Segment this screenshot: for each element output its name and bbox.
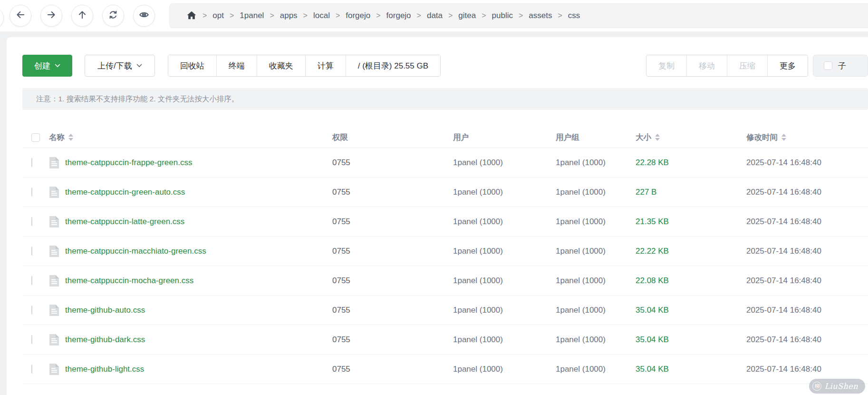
table-row: theme-github-auto.css07551panel (1000)1p… xyxy=(22,296,868,325)
toolbar-button[interactable]: 终端 xyxy=(216,55,257,76)
file-icon xyxy=(49,363,59,375)
chevron-down-icon xyxy=(55,64,60,68)
row-checkbox-cell xyxy=(22,217,49,226)
column-label: 用户组 xyxy=(556,132,579,143)
breadcrumb-item-gitea[interactable]: gitea xyxy=(458,11,476,20)
file-name-link[interactable]: theme-catppuccin-macchiato-green.css xyxy=(65,247,206,256)
breadcrumb-separator: > xyxy=(336,11,340,20)
breadcrumb-items: >opt>1panel>apps>local>forgejo>forgejo>d… xyxy=(197,11,580,20)
row-size: 227 B xyxy=(636,188,746,197)
sort-icon[interactable] xyxy=(655,134,660,141)
row-name-cell: theme-catppuccin-green-auto.css xyxy=(49,186,332,198)
breadcrumb-item-forgejo[interactable]: forgejo xyxy=(386,11,411,20)
breadcrumb-item-assets[interactable]: assets xyxy=(529,11,552,20)
row-group: 1panel (1000) xyxy=(556,276,636,286)
file-name-link[interactable]: theme-github-dark.css xyxy=(65,335,145,345)
row-checkbox-cell xyxy=(22,188,49,197)
breadcrumb-item-public[interactable]: public xyxy=(492,11,513,20)
row-group: 1panel (1000) xyxy=(556,188,636,197)
column-label: 修改时间 xyxy=(746,132,778,143)
row-modified: 2025-07-14 16:48:40 xyxy=(746,247,868,256)
select-all-checkbox[interactable] xyxy=(31,133,40,142)
file-name-link[interactable]: theme-catppuccin-green-auto.css xyxy=(65,188,185,197)
file-toolbar: 创建 上传/下载 回收站终端收藏夹计算/ (根目录) 25.55 GB 复制移动… xyxy=(22,55,868,77)
row-modified: 2025-07-14 16:48:40 xyxy=(746,306,868,315)
row-checkbox[interactable] xyxy=(31,188,32,197)
column-label: 权限 xyxy=(332,132,348,143)
toolbar-button[interactable]: 计算 xyxy=(305,55,346,76)
breadcrumb-item-apps[interactable]: apps xyxy=(280,11,298,20)
table-header-用户组[interactable]: 用户组 xyxy=(556,132,636,143)
row-permission: 0755 xyxy=(332,188,453,197)
breadcrumb: >opt>1panel>apps>local>forgejo>forgejo>d… xyxy=(169,3,868,28)
row-user: 1panel (1000) xyxy=(453,306,556,315)
create-button[interactable]: 创建 xyxy=(22,55,72,77)
nav-button-cluster xyxy=(10,5,155,27)
notice-text: 注意：1. 搜索结果不支持排序功能 2. 文件夹无法按大小排序。 xyxy=(36,94,239,104)
table-header-用户[interactable]: 用户 xyxy=(453,132,556,143)
file-name-link[interactable]: theme-catppuccin-mocha-green.css xyxy=(65,276,193,286)
row-user: 1panel (1000) xyxy=(453,335,556,345)
file-name-link[interactable]: theme-catppuccin-latte-green.css xyxy=(65,217,184,227)
home-icon[interactable] xyxy=(186,10,197,21)
file-name-link[interactable]: theme-catppuccin-frappe-green.css xyxy=(65,158,192,168)
table-row: theme-catppuccin-frappe-green.css07551pa… xyxy=(22,148,868,178)
toolbar-button[interactable]: 移动 xyxy=(686,55,727,76)
row-checkbox[interactable] xyxy=(31,247,32,256)
row-checkbox[interactable] xyxy=(31,306,32,315)
row-checkbox[interactable] xyxy=(31,217,32,226)
toolbar-button[interactable]: / (根目录) 25.55 GB xyxy=(346,55,440,76)
breadcrumb-item-css[interactable]: css xyxy=(568,11,580,20)
breadcrumb-item-opt[interactable]: opt xyxy=(212,11,224,20)
back-icon xyxy=(15,10,26,22)
column-label: 大小 xyxy=(636,132,651,143)
file-name-link[interactable]: theme-github-auto.css xyxy=(65,306,145,315)
upload-download-button[interactable]: 上传/下载 xyxy=(85,55,155,77)
row-group: 1panel (1000) xyxy=(556,365,636,374)
file-icon xyxy=(49,275,59,287)
row-name-cell: theme-github-dark.css xyxy=(49,334,332,346)
row-group: 1panel (1000) xyxy=(556,247,636,256)
row-checkbox[interactable] xyxy=(31,276,32,285)
row-name-cell: theme-catppuccin-macchiato-green.css xyxy=(49,245,332,257)
watermark-text: LiuShen xyxy=(824,382,858,391)
row-user: 1panel (1000) xyxy=(453,247,556,256)
hidden-nav-button[interactable] xyxy=(0,7,4,29)
file-name-link[interactable]: theme-github-light.css xyxy=(65,365,144,374)
back-button[interactable] xyxy=(10,5,31,27)
up-button[interactable] xyxy=(71,5,93,27)
sort-icon[interactable] xyxy=(68,134,73,141)
breadcrumb-item-1panel[interactable]: 1panel xyxy=(240,11,264,20)
toolbar-button[interactable]: 更多 xyxy=(767,55,808,76)
breadcrumb-item-forgejo[interactable]: forgejo xyxy=(346,11,370,20)
column-label: 用户 xyxy=(453,132,469,143)
forward-icon xyxy=(46,10,57,22)
sort-icon[interactable] xyxy=(781,134,786,141)
row-size: 35.04 KB xyxy=(636,335,746,345)
row-permission: 0755 xyxy=(332,306,453,315)
sort-asc-icon xyxy=(68,134,73,137)
table-row: theme-catppuccin-latte-green.css07551pan… xyxy=(22,207,868,237)
refresh-button[interactable] xyxy=(102,5,124,27)
preview-button[interactable] xyxy=(133,5,155,27)
table-header-大小[interactable]: 大小 xyxy=(636,132,746,143)
file-table: 名称权限用户用户组大小修改时间 theme-catppuccin-frappe-… xyxy=(22,127,868,384)
toolbar-button[interactable]: 压缩 xyxy=(727,55,767,76)
row-checkbox[interactable] xyxy=(31,365,32,374)
file-icon xyxy=(49,304,59,316)
table-header-名称[interactable]: 名称 xyxy=(49,132,332,143)
row-checkbox[interactable] xyxy=(31,335,32,344)
toolbar-button[interactable]: 收藏夹 xyxy=(257,55,305,76)
toolbar-button[interactable]: 回收站 xyxy=(168,55,216,76)
breadcrumb-item-local[interactable]: local xyxy=(313,11,330,20)
subdirectory-checkbox[interactable] xyxy=(824,61,832,70)
row-user: 1panel (1000) xyxy=(453,188,556,197)
toolbar-button[interactable]: 复制 xyxy=(646,55,686,76)
breadcrumb-item-data[interactable]: data xyxy=(427,11,443,20)
table-header-权限[interactable]: 权限 xyxy=(332,132,453,143)
row-name-cell: theme-catppuccin-frappe-green.css xyxy=(49,157,332,169)
chevron-down-icon xyxy=(136,64,142,68)
row-checkbox[interactable] xyxy=(31,158,32,167)
table-header-修改时间[interactable]: 修改时间 xyxy=(746,132,868,143)
forward-button[interactable] xyxy=(40,5,62,27)
